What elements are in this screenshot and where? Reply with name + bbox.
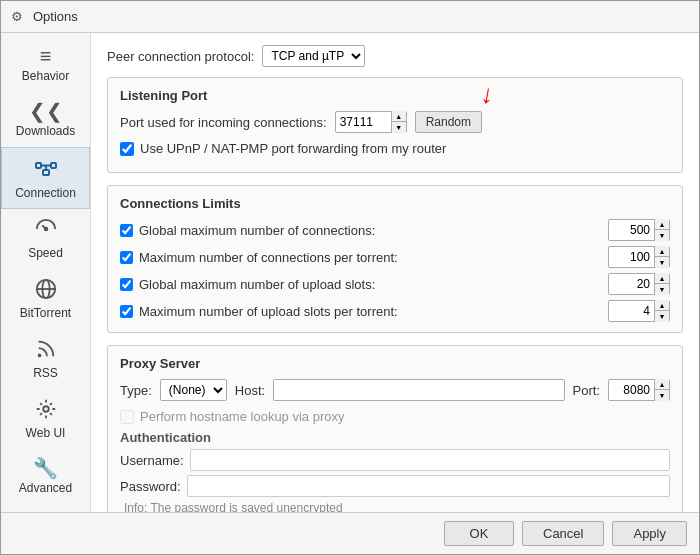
username-row: Username:	[120, 449, 670, 471]
cancel-button[interactable]: Cancel	[522, 521, 604, 546]
hostname-lookup-row: Perform hostname lookup via proxy	[120, 409, 670, 424]
proxy-host-input[interactable]	[273, 379, 564, 401]
proxy-port-input[interactable]	[609, 382, 654, 398]
connections-title: Connections Limits	[120, 196, 670, 211]
svg-rect-0	[36, 163, 41, 168]
port-spinners: ▲ ▼	[391, 111, 406, 133]
port-input-wrap: ▲ ▼	[335, 111, 407, 133]
sidebar-item-advanced[interactable]: 🔧 Advanced	[1, 449, 90, 504]
sidebar-label-webui: Web UI	[26, 426, 66, 440]
connections-section: Connections Limits Global maximum number…	[107, 185, 683, 333]
sidebar: ≡ Behavior ❮❮ Downloads Connectio	[1, 33, 91, 512]
downloads-icon: ❮❮	[29, 101, 63, 121]
ok-button[interactable]: OK	[444, 521, 514, 546]
advanced-icon: 🔧	[33, 458, 58, 478]
proxy-port-wrap: ▲ ▼	[608, 379, 670, 401]
content-area: Peer connection protocol: TCP and µTP Li…	[91, 33, 699, 512]
port-spin-down[interactable]: ▼	[392, 122, 406, 133]
listening-port-section: Listening Port Port used for incoming co…	[107, 77, 683, 173]
sidebar-item-webui[interactable]: Web UI	[1, 389, 90, 449]
conn-input-wrap-1: ▲ ▼	[608, 246, 670, 268]
proxy-type-row: Type: (None) Host: Port: ▲ ▼	[120, 379, 670, 401]
conn-spin-down-1[interactable]: ▼	[655, 257, 669, 268]
conn-input-1[interactable]	[609, 249, 654, 265]
conn-checkbox-3[interactable]	[120, 305, 133, 318]
listening-port-title: Listening Port	[120, 88, 670, 103]
sidebar-label-rss: RSS	[33, 366, 58, 380]
options-icon: ⚙	[11, 9, 27, 25]
conn-input-2[interactable]	[609, 276, 654, 292]
apply-button[interactable]: Apply	[612, 521, 687, 546]
password-label: Password:	[120, 479, 181, 494]
conn-label-3: Maximum number of upload slots per torre…	[139, 304, 602, 319]
connections-grid: Global maximum number of connections: ▲ …	[120, 219, 670, 322]
conn-checkbox-2[interactable]	[120, 278, 133, 291]
password-input[interactable]	[187, 475, 670, 497]
auth-title: Authentication	[120, 430, 670, 445]
conn-spin-up-2[interactable]: ▲	[655, 273, 669, 284]
svg-point-10	[43, 406, 49, 412]
conn-spin-up-1[interactable]: ▲	[655, 246, 669, 257]
port-label: Port used for incoming connections:	[120, 115, 327, 130]
sidebar-label-bittorrent: BitTorrent	[20, 306, 71, 320]
conn-label-1: Maximum number of connections per torren…	[139, 250, 602, 265]
proxy-port-spin-down[interactable]: ▼	[655, 390, 669, 401]
protocol-label: Peer connection protocol:	[107, 49, 254, 64]
options-window: ⚙ Options ≡ Behavior ❮❮ Downloads	[0, 0, 700, 555]
conn-label-2: Global maximum number of upload slots:	[139, 277, 602, 292]
behavior-icon: ≡	[40, 46, 52, 66]
footer: OK Cancel Apply	[1, 512, 699, 554]
protocol-select[interactable]: TCP and µTP	[262, 45, 365, 67]
conn-spin-down-3[interactable]: ▼	[655, 311, 669, 322]
conn-checkbox-0[interactable]	[120, 224, 133, 237]
speed-icon	[35, 218, 57, 243]
conn-spin-0: ▲ ▼	[654, 219, 669, 241]
sidebar-label-advanced: Advanced	[19, 481, 72, 495]
webui-icon	[35, 398, 57, 423]
sidebar-label-downloads: Downloads	[16, 124, 75, 138]
sidebar-label-speed: Speed	[28, 246, 63, 260]
proxy-port-spin-up[interactable]: ▲	[655, 379, 669, 390]
sidebar-item-speed[interactable]: Speed	[1, 209, 90, 269]
sidebar-item-bittorrent[interactable]: BitTorrent	[1, 269, 90, 329]
sidebar-item-behavior[interactable]: ≡ Behavior	[1, 37, 90, 92]
hostname-lookup-checkbox[interactable]	[120, 410, 134, 424]
sidebar-item-downloads[interactable]: ❮❮ Downloads	[1, 92, 90, 147]
conn-row-0: Global maximum number of connections: ▲ …	[120, 219, 670, 241]
username-input[interactable]	[190, 449, 670, 471]
sidebar-item-connection[interactable]: Connection	[1, 147, 90, 209]
port-spin-up[interactable]: ▲	[392, 111, 406, 122]
password-row: Password:	[120, 475, 670, 497]
svg-point-9	[38, 355, 40, 357]
conn-spin-down-2[interactable]: ▼	[655, 284, 669, 295]
conn-row-1: Maximum number of connections per torren…	[120, 246, 670, 268]
random-button[interactable]: Random	[415, 111, 482, 133]
proxy-type-label: Type:	[120, 383, 152, 398]
proxy-port-spin: ▲ ▼	[654, 379, 669, 401]
port-input[interactable]	[336, 114, 391, 130]
svg-rect-2	[43, 170, 49, 175]
conn-row-2: Global maximum number of upload slots: ▲…	[120, 273, 670, 295]
protocol-row: Peer connection protocol: TCP and µTP	[107, 45, 683, 67]
window-title: Options	[33, 9, 78, 24]
conn-input-3[interactable]	[609, 303, 654, 319]
conn-spin-1: ▲ ▼	[654, 246, 669, 268]
conn-input-0[interactable]	[609, 222, 654, 238]
conn-spin-down-0[interactable]: ▼	[655, 230, 669, 241]
conn-spin-up-3[interactable]: ▲	[655, 300, 669, 311]
conn-spin-up-0[interactable]: ▲	[655, 219, 669, 230]
proxy-title: Proxy Server	[120, 356, 670, 371]
title-bar: ⚙ Options	[1, 1, 699, 33]
main-content: ≡ Behavior ❮❮ Downloads Connectio	[1, 33, 699, 512]
sidebar-item-rss[interactable]: RSS	[1, 329, 90, 389]
conn-checkbox-1[interactable]	[120, 251, 133, 264]
rss-icon	[35, 338, 57, 363]
proxy-host-label: Host:	[235, 383, 265, 398]
bittorrent-icon	[35, 278, 57, 303]
username-label: Username:	[120, 453, 184, 468]
port-row: Port used for incoming connections: ▲ ▼ …	[120, 111, 670, 133]
conn-input-wrap-2: ▲ ▼	[608, 273, 670, 295]
upnp-checkbox[interactable]	[120, 142, 134, 156]
proxy-type-select[interactable]: (None)	[160, 379, 227, 401]
hostname-lookup-label: Perform hostname lookup via proxy	[140, 409, 344, 424]
